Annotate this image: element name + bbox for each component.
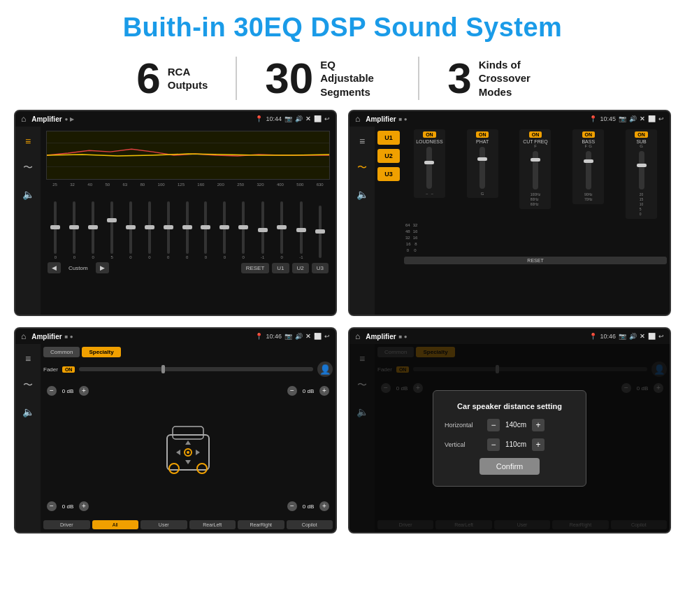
eq-slider-8[interactable]: 0 — [204, 189, 207, 259]
eq-slider-12[interactable]: 0 — [280, 189, 283, 259]
eq-slider-5[interactable]: 0 — [148, 189, 151, 259]
eq-sliders-area: 0 0 0 5 0 — [46, 189, 330, 259]
speaker-icon-3[interactable]: 🔈 — [19, 403, 37, 421]
eq-u1-btn[interactable]: U1 — [272, 263, 289, 273]
speaker-icon-2[interactable]: 🔈 — [353, 185, 371, 203]
vertical-minus[interactable]: − — [487, 438, 500, 451]
specialty-tab[interactable]: Specialty — [82, 347, 120, 357]
eq-u2-btn[interactable]: U2 — [292, 263, 309, 273]
all-btn[interactable]: All — [92, 520, 139, 529]
screen-crossover: ⌂ Amplifier ■ ● 📍 10:45 📷 🔊 ✕ ⬜ ↩ ≡ 〜 🔈 … — [348, 110, 671, 316]
loudness-slider[interactable] — [426, 147, 432, 189]
db-bl-plus[interactable]: + — [79, 501, 89, 511]
stat-number-eq: 30 — [265, 57, 313, 100]
svg-point-6 — [169, 464, 179, 473]
vertical-value: 110cm — [503, 440, 529, 448]
sub-label: SUB — [636, 139, 646, 144]
cross-reset-btn[interactable]: RESET — [404, 257, 667, 264]
location-icon-2: 📍 — [589, 115, 597, 122]
db-bl-minus[interactable]: − — [47, 501, 57, 511]
status-bar-4: ⌂ Amplifier ■ ● 📍 10:46 📷 🔊 ✕ ⬜ ↩ — [349, 329, 670, 344]
home-icon-2[interactable]: ⌂ — [355, 114, 360, 124]
u1-btn[interactable]: U1 — [377, 131, 400, 145]
common-tab[interactable]: Common — [43, 347, 80, 357]
volume-icon-3: 🔊 — [295, 333, 303, 340]
speaker-icon[interactable]: 🔈 — [19, 185, 37, 203]
confirm-button[interactable]: Confirm — [480, 458, 540, 475]
cutfreq-ctrl: ON CUT FREQ F 100Hz80Hz60Hz — [519, 129, 551, 209]
wave-icon-2[interactable]: 〜 — [353, 159, 371, 177]
eq-icon[interactable]: ≡ — [19, 132, 37, 150]
eq-freq-labels: 253240506380100125160200250320400500630 — [46, 182, 330, 187]
user-btn[interactable]: User — [140, 520, 187, 529]
eq-slider-4[interactable]: 0 — [129, 189, 132, 259]
cutfreq-slider[interactable] — [533, 151, 538, 189]
eq-reset-btn[interactable]: RESET — [241, 263, 270, 273]
wave-icon[interactable]: 〜 — [19, 159, 37, 177]
eq-icon-2[interactable]: ≡ — [353, 132, 371, 150]
horizontal-minus[interactable]: − — [487, 419, 500, 431]
volume-icon-4: 🔊 — [629, 333, 637, 340]
x-icon-4: ✕ — [640, 333, 645, 340]
back-icon-3[interactable]: ↩ — [324, 333, 330, 340]
window-icon-4: ⬜ — [648, 333, 656, 340]
bass-ctrl: ON BASS FG 90Hz70Hz — [572, 129, 604, 204]
vertical-row: Vertical − 110cm + — [445, 438, 575, 451]
sub-ctrl: ON SUB G 20151050 — [626, 129, 657, 219]
eq-slider-14[interactable] — [319, 189, 322, 259]
db-tr-val: 0 dB — [298, 388, 318, 394]
loudness-ctrl: ON LOUDNESS ~~ — [414, 129, 445, 198]
fader-on-badge: ON — [62, 366, 75, 373]
home-icon-3[interactable]: ⌂ — [21, 331, 26, 341]
horizontal-value: 140cm — [503, 421, 529, 429]
u2-btn[interactable]: U2 — [377, 149, 400, 163]
sub-slider[interactable] — [639, 151, 644, 189]
back-icon[interactable]: ↩ — [324, 115, 330, 122]
screens-grid: ⌂ Amplifier ● ▶ 📍 10:44 📷 🔊 ✕ ⬜ ↩ ≡ 〜 🔈 — [0, 110, 685, 540]
eq-slider-13[interactable]: -1 — [299, 189, 303, 259]
eq-icon-3[interactable]: ≡ — [19, 350, 37, 368]
db-tl-plus[interactable]: + — [79, 386, 89, 396]
eq-slider-11[interactable]: -1 — [261, 189, 264, 259]
eq-slider-1[interactable]: 0 — [73, 189, 75, 259]
home-icon-4[interactable]: ⌂ — [355, 331, 360, 341]
eq-slider-2[interactable]: 0 — [92, 189, 94, 259]
vertical-plus[interactable]: + — [532, 438, 545, 451]
volume-icon-2: 🔊 — [629, 115, 637, 122]
wave-icon-3[interactable]: 〜 — [19, 376, 37, 394]
horizontal-plus[interactable]: + — [532, 419, 545, 431]
db-br-plus[interactable]: + — [319, 501, 329, 511]
copilot-btn[interactable]: Copilot — [287, 520, 333, 529]
eq-prev-btn[interactable]: ◀ — [48, 262, 61, 273]
phat-slider[interactable] — [480, 147, 485, 189]
eq-slider-7[interactable]: 0 — [186, 189, 189, 259]
u3-btn[interactable]: U3 — [377, 167, 400, 181]
bass-label: BASS — [582, 139, 595, 144]
bass-slider[interactable] — [586, 151, 591, 189]
db-tr-minus[interactable]: − — [287, 386, 297, 396]
rearright-btn[interactable]: RearRight — [238, 520, 284, 529]
eq-slider-6[interactable]: 0 — [167, 189, 170, 259]
home-icon[interactable]: ⌂ — [21, 114, 26, 124]
location-icon-4: 📍 — [589, 333, 597, 340]
fader-bottom-row: Driver All User RearLeft RearRight Copil… — [43, 520, 333, 529]
profile-icon[interactable]: 👤 — [317, 361, 333, 377]
eq-u3-btn[interactable]: U3 — [312, 263, 329, 273]
eq-slider-0[interactable]: 0 — [54, 189, 57, 259]
back-icon-4[interactable]: ↩ — [658, 333, 664, 340]
db-tl-minus[interactable]: − — [47, 386, 57, 396]
db-tr-plus[interactable]: + — [319, 386, 329, 396]
fader-slider-h[interactable] — [79, 367, 313, 371]
back-icon-2[interactable]: ↩ — [658, 115, 664, 122]
eq-slider-10[interactable]: 0 — [242, 189, 245, 259]
stats-row: 6 RCAOutputs 30 EQ AdjustableSegments 3 … — [0, 50, 685, 110]
eq-slider-3[interactable]: 5 — [110, 189, 113, 259]
play-icons-2: ■ ● — [399, 116, 408, 122]
crossover-content: ON LOUDNESS ~~ ON PHAT — [403, 127, 670, 315]
stat-item-rca: 6 RCAOutputs — [108, 57, 237, 100]
eq-slider-9[interactable]: 0 — [223, 189, 226, 259]
db-br-minus[interactable]: − — [287, 501, 297, 511]
eq-play-btn[interactable]: ▶ — [96, 262, 109, 273]
driver-btn[interactable]: Driver — [43, 520, 90, 529]
rearleft-btn[interactable]: RearLeft — [189, 520, 236, 529]
